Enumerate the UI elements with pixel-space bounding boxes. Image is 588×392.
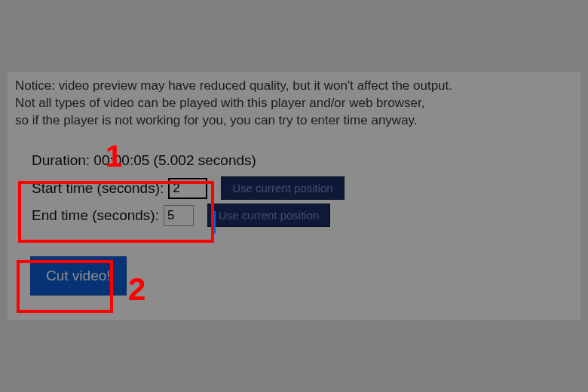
- notice-text: Notice: video preview may have reduced q…: [8, 72, 580, 130]
- use-current-start-button[interactable]: Use current position: [221, 176, 344, 200]
- end-time-row: End time (seconds): Use current position: [32, 202, 580, 229]
- end-time-input[interactable]: [164, 205, 194, 226]
- notice-line-3: so if the player is not working for you,…: [15, 112, 573, 130]
- start-time-input[interactable]: [168, 178, 207, 199]
- cut-video-button[interactable]: Cut video!: [30, 256, 127, 296]
- start-time-row: Start time (seconds): Use current positi…: [32, 175, 580, 202]
- notice-line-1: Notice: video preview may have reduced q…: [15, 78, 573, 95]
- start-time-label: Start time (seconds):: [32, 180, 164, 197]
- notice-line-2: Not all types of video can be played wit…: [15, 95, 573, 112]
- use-current-end-button[interactable]: Use current position: [207, 204, 330, 227]
- end-time-label: End time (seconds):: [32, 207, 159, 224]
- duration-label: Duration: 00:00:05 (5.002 seconds): [32, 152, 580, 169]
- video-cut-panel: Notice: video preview may have reduced q…: [8, 72, 580, 320]
